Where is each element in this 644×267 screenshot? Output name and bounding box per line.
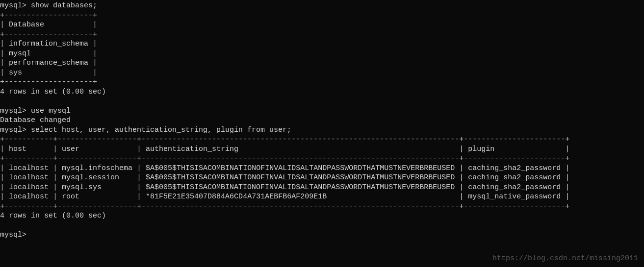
- user-header-host: host: [9, 145, 26, 153]
- table-border: +--------------------+: [0, 11, 97, 20]
- table-border: +--------------------+: [0, 30, 97, 39]
- watermark: https://blog.csdn.net/missing2011: [492, 254, 638, 264]
- user-row-host: localhost: [9, 193, 49, 201]
- user-row-user: mysql.session: [62, 173, 119, 182]
- db-row: information_schema: [9, 40, 88, 48]
- db-header: Database: [9, 21, 44, 29]
- result-footer: 4 rows in set (0.00 sec): [0, 212, 106, 220]
- db-row: mysql: [9, 49, 31, 58]
- user-row-host: localhost: [9, 183, 49, 192]
- user-header-auth: authentication_string: [146, 145, 238, 153]
- database-changed: Database changed: [0, 116, 71, 124]
- user-row-user: mysql.infoschema: [62, 164, 132, 172]
- user-row-plugin: caching_sha2_password: [468, 164, 561, 172]
- user-row-user: mysql.sys: [62, 183, 102, 192]
- db-row: sys: [9, 69, 22, 77]
- result-footer: 4 rows in set (0.00 sec): [0, 88, 106, 96]
- user-row-plugin: caching_sha2_password: [468, 183, 561, 192]
- user-row-plugin: mysql_native_password: [468, 193, 561, 201]
- terminal-output: mysql> show databases; +----------------…: [0, 0, 644, 241]
- prompt: mysql>: [0, 107, 26, 115]
- table-border: +--------------------+: [0, 78, 97, 86]
- prompt: mysql>: [0, 1, 26, 10]
- prompt: mysql>: [0, 126, 26, 134]
- command-use-mysql: use mysql: [31, 107, 71, 115]
- user-header-plugin: plugin: [468, 145, 494, 153]
- user-row-auth: *81F5E21E35407D884A6CD4A731AEBFB6AF209E1…: [146, 193, 327, 201]
- user-row-auth: $A$005$THISISACOMBINATIONOFINVALIDSALTAN…: [146, 183, 455, 192]
- user-row-user: root: [62, 193, 79, 201]
- user-row-auth: $A$005$THISISACOMBINATIONOFINVALIDSALTAN…: [146, 173, 455, 182]
- user-row-auth: $A$005$THISISACOMBINATIONOFINVALIDSALTAN…: [146, 164, 455, 172]
- user-row-host: localhost: [9, 164, 49, 172]
- user-row-host: localhost: [9, 173, 49, 182]
- command-show-databases: show databases;: [31, 1, 97, 10]
- user-row-plugin: caching_sha2_password: [468, 173, 561, 182]
- prompt[interactable]: mysql>: [0, 231, 26, 239]
- user-header-user: user: [62, 145, 79, 153]
- db-row: performance_schema: [9, 59, 88, 67]
- command-select-user: select host, user, authentication_string…: [31, 126, 291, 134]
